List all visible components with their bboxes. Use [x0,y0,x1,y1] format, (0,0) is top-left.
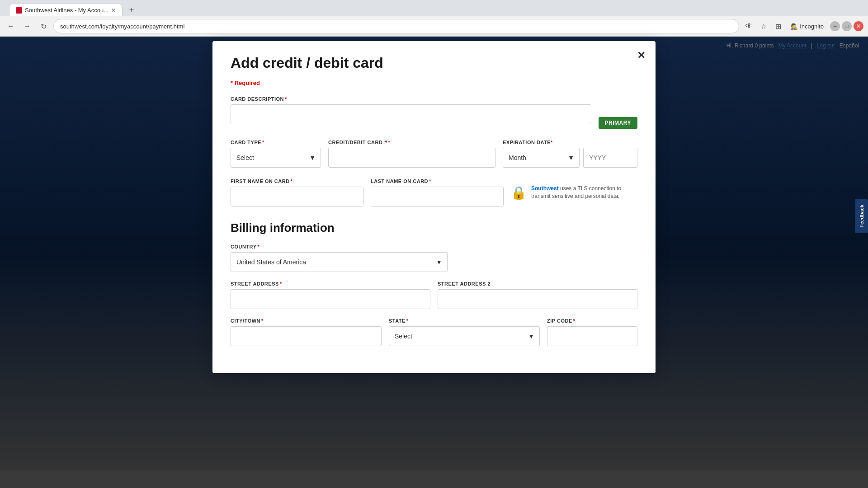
city-label: CITY/TOWN* [231,318,382,324]
expiry-month-field: Month January February March April May J… [503,148,580,168]
first-name-label: FIRST NAME ON CARD* [231,178,363,184]
name-tls-row: FIRST NAME ON CARD* LAST NAME ON CARD* 🔒… [231,178,637,206]
browser-chrome: Southwest Airlines - My Accou... ✕ + ← →… [0,0,868,37]
first-name-field: FIRST NAME ON CARD* [231,178,363,206]
card-number-label: CREDIT/DEBIT CARD #* [328,140,495,145]
month-select-wrapper: Month January February March April May J… [503,148,580,168]
street1-input[interactable] [231,289,430,309]
forward-button[interactable]: → [21,20,33,33]
state-label: STATE* [389,318,540,324]
street1-field: STREET ADDRESS* [231,281,430,309]
card-type-select-wrapper: Select Visa MasterCard American Express … [231,148,321,168]
country-select[interactable]: United States of America Canada Mexico [231,252,448,272]
browser-actions: 👁 ☆ ⊞ 🕵 Incognito – □ ✕ [743,20,863,33]
card-description-row: PRIMARY [231,104,637,129]
modal-title: Add credit / debit card [231,55,637,71]
expiry-date-field: EXPIRATION DATE* Month January February … [503,140,637,168]
state-select-wrapper: Select Alabama Alaska Arizona California… [389,326,540,346]
page-background: Hi, Richard 0 points My Account | Log ou… [0,37,868,470]
city-state-zip-row: CITY/TOWN* STATE* Select Alabama Alaska … [231,318,637,346]
card-type-field: CARD TYPE* Select Visa MasterCard Americ… [231,140,321,168]
incognito-icon: 🕵 [791,23,798,30]
state-select[interactable]: Select Alabama Alaska Arizona California… [389,326,540,346]
tab-favicon [16,7,22,14]
country-section: COUNTRY* United States of America Canada… [231,244,637,272]
feedback-tab-wrapper: Feedback [855,199,868,233]
expiry-group: Month January February March April May J… [503,148,637,168]
country-label: COUNTRY* [231,244,637,249]
tab-bar: Southwest Airlines - My Accou... ✕ + [0,0,868,16]
zip-label: ZIP CODE* [547,318,637,324]
billing-section-title: Billing information [231,221,637,235]
city-input[interactable] [231,326,382,346]
feedback-tab[interactable]: Feedback [855,199,868,233]
country-select-wrapper: United States of America Canada Mexico ▼ [231,252,448,272]
modal-close-button[interactable]: ✕ [634,48,648,63]
card-number-field: CREDIT/DEBIT CARD #* [328,140,495,168]
address-field[interactable]: southwest.com/loyalty/myaccount/payment.… [53,19,739,33]
modal-overlay: ✕ Add credit / debit card * Required CAR… [0,37,868,470]
card-description-input-wrap [231,104,591,124]
tls-brand: Southwest [531,185,559,192]
tab-close-button[interactable]: ✕ [111,7,116,14]
first-name-input[interactable] [231,187,363,206]
city-field: CITY/TOWN* [231,318,382,346]
expiry-label: EXPIRATION DATE* [503,140,637,145]
lock-icon: 🔒 [511,185,527,200]
card-type-select[interactable]: Select Visa MasterCard American Express … [231,148,321,168]
primary-badge: PRIMARY [599,117,637,129]
expiry-year-input[interactable] [583,148,637,168]
incognito-button[interactable]: 🕵 Incognito [786,21,828,32]
new-tab-button[interactable]: + [125,4,138,16]
tab-title: Southwest Airlines - My Accou... [25,7,108,14]
street2-input[interactable] [438,289,637,309]
expiry-year-field [583,148,637,168]
card-description-section: CARD DESCRIPTION* PRIMARY [231,96,637,129]
last-name-field: LAST NAME ON CARD* [371,178,504,206]
required-text: Required [235,80,260,86]
tls-text: Southwest uses a TLS connection to trans… [531,185,637,200]
required-note: * Required [231,80,637,86]
state-field: STATE* Select Alabama Alaska Arizona Cal… [389,318,540,346]
expiry-month-select[interactable]: Month January February March April May J… [503,148,580,168]
last-name-label: LAST NAME ON CARD* [371,178,504,184]
required-asterisk: * [231,80,233,86]
card-description-input[interactable] [231,104,591,124]
street2-field: STREET ADDRESS 2 [438,281,637,309]
minimize-button[interactable]: – [830,21,840,31]
add-card-modal: ✕ Add credit / debit card * Required CAR… [212,41,656,373]
extension-button[interactable]: ⊞ [772,20,784,33]
address-text: southwest.com/loyalty/myaccount/payment.… [60,23,184,30]
window-close-button[interactable]: ✕ [854,21,863,31]
bookmark-button[interactable]: ☆ [757,20,770,33]
zip-input[interactable] [547,326,637,346]
card-number-input[interactable] [328,148,495,168]
address-bar-row: ← → ↻ southwest.com/loyalty/myaccount/pa… [0,16,868,36]
incognito-label: Incognito [800,23,824,30]
card-fields-row: CARD TYPE* Select Visa MasterCard Americ… [231,140,637,168]
back-button[interactable]: ← [5,20,17,33]
reload-button[interactable]: ↻ [37,20,50,33]
street2-label: STREET ADDRESS 2 [438,281,637,286]
card-description-label: CARD DESCRIPTION* [231,96,637,102]
last-name-input[interactable] [371,187,504,206]
card-type-label: CARD TYPE* [231,140,321,145]
tls-notice: 🔒 Southwest uses a TLS connection to tra… [511,185,637,200]
browser-tab[interactable]: Southwest Airlines - My Accou... ✕ [9,4,123,16]
reader-mode-button[interactable]: 👁 [743,20,755,33]
street1-label: STREET ADDRESS* [231,281,430,286]
zip-field: ZIP CODE* [547,318,637,346]
maximize-button[interactable]: □ [842,21,852,31]
street-address-row: STREET ADDRESS* STREET ADDRESS 2 [231,281,637,309]
